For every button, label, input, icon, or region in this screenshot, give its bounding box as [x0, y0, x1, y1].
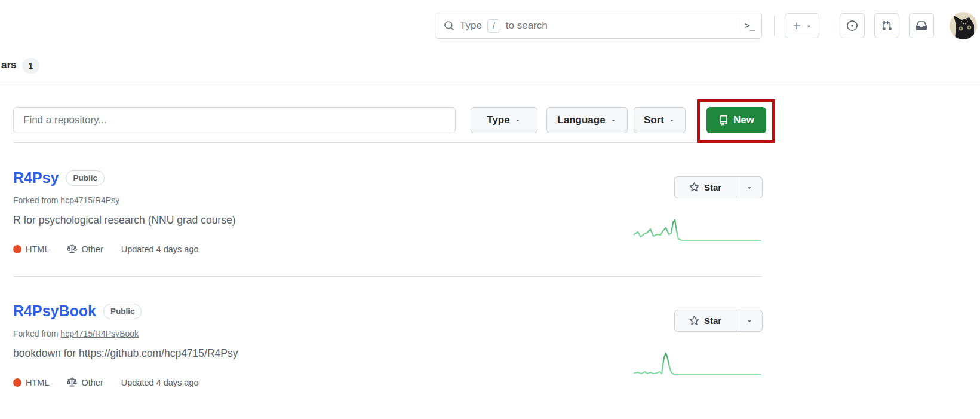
notifications-button[interactable]: [909, 13, 934, 38]
repo-meta-row: HTML Other Updated 4 days ago: [13, 377, 199, 387]
user-avatar[interactable]: [950, 12, 977, 39]
law-icon: [67, 377, 77, 387]
find-repository-input[interactable]: [13, 107, 456, 133]
fork-prefix: Forked from: [13, 195, 58, 205]
chevron-down-icon: [746, 317, 753, 325]
updated-label: Updated 4 days ago: [121, 378, 199, 387]
create-new-button[interactable]: [785, 13, 819, 38]
new-repository-label: New: [733, 114, 754, 126]
language-filter-button[interactable]: Language: [546, 107, 628, 133]
repo-meta-row: HTML Other Updated 4 days ago: [13, 244, 199, 254]
visibility-badge: Public: [103, 304, 142, 319]
git-pull-request-icon: [881, 20, 892, 31]
plus-icon: [792, 21, 802, 31]
search-placeholder-prefix: Type: [460, 20, 482, 32]
chevron-down-icon: [610, 117, 617, 124]
language-color-dot: [13, 245, 21, 253]
repo-divider: [13, 276, 763, 277]
header-divider: [774, 16, 775, 36]
search-inner-divider: [739, 19, 739, 33]
command-palette-icon[interactable]: >_: [745, 20, 754, 31]
star-icon: [689, 182, 699, 192]
fork-source-link[interactable]: hcp4715/R4Psy: [60, 195, 119, 205]
activity-sparkline: [633, 219, 762, 245]
license-label: Other: [81, 378, 103, 387]
tab-stars-count-badge: 1: [22, 58, 39, 74]
fork-source-link[interactable]: hcp4715/R4PsyBook: [60, 329, 139, 338]
star-label: Star: [704, 182, 721, 192]
star-dropdown-button[interactable]: [736, 177, 762, 198]
tab-stars-partial[interactable]: ars: [1, 59, 17, 71]
chevron-down-icon: [806, 23, 812, 29]
issue-opened-icon: [847, 20, 858, 31]
pull-requests-button[interactable]: [874, 13, 899, 38]
star-split-button: Star: [674, 176, 763, 198]
license-meta: Other: [67, 377, 103, 387]
law-icon: [67, 244, 77, 254]
language-meta: HTML: [13, 244, 49, 254]
search-icon: [444, 20, 454, 31]
repo-icon: [718, 115, 729, 126]
star-button[interactable]: Star: [675, 177, 736, 198]
issues-button[interactable]: [840, 13, 865, 38]
sort-filter-button[interactable]: Sort: [634, 107, 686, 133]
language-label: HTML: [26, 378, 49, 387]
star-dropdown-button[interactable]: [736, 310, 762, 331]
global-search-input[interactable]: Type / to search >_: [435, 13, 762, 39]
language-meta: HTML: [13, 378, 49, 387]
slash-keycap: /: [487, 19, 500, 33]
chevron-down-icon: [514, 117, 521, 124]
type-filter-button[interactable]: Type: [471, 107, 537, 133]
repo-title-row: R4PsyBook Public: [13, 302, 142, 320]
language-label: HTML: [26, 244, 49, 254]
repo-description: R for psychological research (NNU grad c…: [13, 214, 236, 227]
search-placeholder-suffix: to search: [506, 20, 548, 32]
activity-sparkline: [633, 351, 762, 378]
fork-prefix: Forked from: [13, 329, 58, 338]
license-label: Other: [81, 244, 103, 254]
license-meta: Other: [67, 244, 103, 254]
sort-filter-label: Sort: [644, 114, 664, 126]
tab-bottom-border: [0, 84, 980, 84]
language-color-dot: [13, 378, 21, 387]
language-filter-label: Language: [557, 114, 605, 126]
star-label: Star: [704, 316, 721, 326]
new-repository-button[interactable]: New: [706, 107, 766, 133]
repositories-page: Type / to search >_: [0, 0, 980, 419]
visibility-badge: Public: [66, 170, 105, 186]
repo-description: bookdown for https://github.com/hcp4715/…: [13, 347, 238, 360]
chevron-down-icon: [668, 117, 675, 124]
star-split-button: Star: [674, 310, 763, 332]
toolbar-bottom-border: [13, 142, 763, 143]
star-icon: [689, 316, 699, 326]
inbox-icon: [916, 20, 927, 31]
updated-label: Updated 4 days ago: [121, 244, 199, 254]
repo-link-r4psybook[interactable]: R4PsyBook: [13, 302, 96, 320]
repo-link-r4psy[interactable]: R4Psy: [13, 169, 59, 186]
fork-line: Forked from hcp4715/R4PsyBook: [13, 329, 139, 338]
type-filter-label: Type: [487, 114, 509, 126]
repo-title-row: R4Psy Public: [13, 169, 105, 186]
cat-avatar-image: [950, 12, 977, 39]
star-button[interactable]: Star: [675, 310, 736, 331]
chevron-down-icon: [746, 184, 753, 191]
fork-line: Forked from hcp4715/R4Psy: [13, 195, 119, 205]
